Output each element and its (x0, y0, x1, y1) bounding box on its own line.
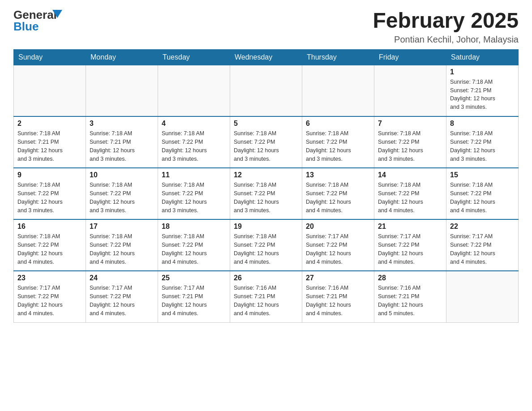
calendar-cell-w2-d4: 5Sunrise: 7:18 AM Sunset: 7:22 PM Daylig… (230, 116, 302, 168)
calendar-cell-w1-d4 (230, 65, 302, 116)
calendar-cell-w5-d2: 24Sunrise: 7:17 AM Sunset: 7:22 PM Dayli… (86, 271, 158, 322)
header-wednesday: Wednesday (230, 49, 302, 65)
header-friday: Friday (374, 49, 446, 65)
day-number: 27 (306, 274, 370, 282)
day-number: 5 (234, 120, 298, 128)
day-number: 24 (90, 274, 154, 282)
day-number: 12 (234, 171, 298, 179)
calendar-cell-w5-d5: 27Sunrise: 7:16 AM Sunset: 7:21 PM Dayli… (302, 271, 374, 322)
day-info: Sunrise: 7:18 AM Sunset: 7:22 PM Dayligh… (450, 181, 515, 214)
day-info: Sunrise: 7:17 AM Sunset: 7:22 PM Dayligh… (90, 284, 154, 317)
calendar-header: SundayMondayTuesdayWednesdayThursdayFrid… (14, 49, 519, 65)
day-number: 2 (17, 120, 82, 128)
day-info: Sunrise: 7:17 AM Sunset: 7:22 PM Dayligh… (450, 232, 515, 266)
day-info: Sunrise: 7:18 AM Sunset: 7:22 PM Dayligh… (378, 129, 442, 163)
calendar-cell-w4-d1: 16Sunrise: 7:18 AM Sunset: 7:22 PM Dayli… (14, 219, 86, 271)
calendar-cell-w3-d4: 12Sunrise: 7:18 AM Sunset: 7:22 PM Dayli… (230, 168, 302, 219)
day-info: Sunrise: 7:18 AM Sunset: 7:22 PM Dayligh… (162, 232, 226, 266)
logo: General Blue (13, 9, 62, 32)
week-row-3: 9Sunrise: 7:18 AM Sunset: 7:22 PM Daylig… (14, 168, 519, 219)
calendar-title: February 2025 (373, 9, 519, 33)
day-info: Sunrise: 7:18 AM Sunset: 7:22 PM Dayligh… (17, 181, 82, 214)
calendar-cell-w4-d5: 20Sunrise: 7:17 AM Sunset: 7:22 PM Dayli… (302, 219, 374, 271)
day-number: 22 (450, 223, 515, 231)
calendar-cell-w3-d5: 13Sunrise: 7:18 AM Sunset: 7:22 PM Dayli… (302, 168, 374, 219)
header-sunday: Sunday (14, 49, 86, 65)
calendar-cell-w1-d1 (14, 65, 86, 116)
day-info: Sunrise: 7:17 AM Sunset: 7:22 PM Dayligh… (306, 232, 370, 266)
header-thursday: Thursday (302, 49, 374, 65)
calendar-cell-w1-d2 (86, 65, 158, 116)
day-number: 13 (306, 171, 370, 179)
header-tuesday: Tuesday (158, 49, 230, 65)
day-number: 23 (17, 274, 82, 282)
day-info: Sunrise: 7:18 AM Sunset: 7:22 PM Dayligh… (306, 181, 370, 214)
calendar-cell-w2-d6: 7Sunrise: 7:18 AM Sunset: 7:22 PM Daylig… (374, 116, 446, 168)
day-info: Sunrise: 7:18 AM Sunset: 7:22 PM Dayligh… (162, 181, 226, 214)
calendar-cell-w4-d4: 19Sunrise: 7:18 AM Sunset: 7:22 PM Dayli… (230, 219, 302, 271)
day-number: 9 (17, 171, 82, 179)
day-info: Sunrise: 7:18 AM Sunset: 7:22 PM Dayligh… (234, 181, 298, 214)
logo-arrow-icon (52, 10, 62, 18)
day-number: 19 (234, 223, 298, 231)
calendar-cell-w2-d7: 8Sunrise: 7:18 AM Sunset: 7:22 PM Daylig… (446, 116, 519, 168)
title-section: February 2025 Pontian Kechil, Johor, Mal… (373, 9, 519, 45)
day-info: Sunrise: 7:17 AM Sunset: 7:22 PM Dayligh… (378, 232, 442, 266)
day-info: Sunrise: 7:18 AM Sunset: 7:22 PM Dayligh… (234, 232, 298, 266)
day-number: 28 (378, 274, 442, 282)
day-number: 15 (450, 171, 515, 179)
calendar-cell-w5-d7 (446, 271, 519, 322)
calendar-subtitle: Pontian Kechil, Johor, Malaysia (373, 34, 519, 45)
day-info: Sunrise: 7:18 AM Sunset: 7:22 PM Dayligh… (17, 232, 82, 266)
page-header: General Blue February 2025 Pontian Kechi… (13, 9, 519, 45)
calendar-cell-w5-d6: 28Sunrise: 7:16 AM Sunset: 7:21 PM Dayli… (374, 271, 446, 322)
day-info: Sunrise: 7:17 AM Sunset: 7:21 PM Dayligh… (162, 284, 226, 317)
logo-general: General (13, 9, 57, 21)
day-number: 1 (450, 68, 515, 76)
calendar-cell-w3-d6: 14Sunrise: 7:18 AM Sunset: 7:22 PM Dayli… (374, 168, 446, 219)
calendar-cell-w4-d6: 21Sunrise: 7:17 AM Sunset: 7:22 PM Dayli… (374, 219, 446, 271)
calendar-cell-w1-d3 (158, 65, 230, 116)
day-number: 18 (162, 223, 226, 231)
day-number: 11 (162, 171, 226, 179)
calendar-cell-w5-d1: 23Sunrise: 7:17 AM Sunset: 7:22 PM Dayli… (14, 271, 86, 322)
calendar-cell-w4-d7: 22Sunrise: 7:17 AM Sunset: 7:22 PM Dayli… (446, 219, 519, 271)
day-number: 4 (162, 120, 226, 128)
day-number: 14 (378, 171, 442, 179)
calendar-cell-w1-d7: 1Sunrise: 7:18 AM Sunset: 7:21 PM Daylig… (446, 65, 519, 116)
day-number: 26 (234, 274, 298, 282)
calendar-cell-w2-d3: 4Sunrise: 7:18 AM Sunset: 7:22 PM Daylig… (158, 116, 230, 168)
calendar-cell-w4-d2: 17Sunrise: 7:18 AM Sunset: 7:22 PM Dayli… (86, 219, 158, 271)
calendar-cell-w3-d7: 15Sunrise: 7:18 AM Sunset: 7:22 PM Dayli… (446, 168, 519, 219)
calendar-cell-w1-d6 (374, 65, 446, 116)
day-info: Sunrise: 7:16 AM Sunset: 7:21 PM Dayligh… (378, 284, 442, 317)
calendar-cell-w1-d5 (302, 65, 374, 116)
calendar-cell-w3-d3: 11Sunrise: 7:18 AM Sunset: 7:22 PM Dayli… (158, 168, 230, 219)
day-number: 7 (378, 120, 442, 128)
day-info: Sunrise: 7:18 AM Sunset: 7:22 PM Dayligh… (378, 181, 442, 214)
calendar-cell-w2-d1: 2Sunrise: 7:18 AM Sunset: 7:21 PM Daylig… (14, 116, 86, 168)
day-number: 16 (17, 223, 82, 231)
calendar-cell-w4-d3: 18Sunrise: 7:18 AM Sunset: 7:22 PM Dayli… (158, 219, 230, 271)
day-number: 10 (90, 171, 154, 179)
calendar-cell-w3-d1: 9Sunrise: 7:18 AM Sunset: 7:22 PM Daylig… (14, 168, 86, 219)
day-number: 8 (450, 120, 515, 128)
day-number: 25 (162, 274, 226, 282)
day-info: Sunrise: 7:17 AM Sunset: 7:22 PM Dayligh… (17, 284, 82, 317)
calendar-cell-w2-d2: 3Sunrise: 7:18 AM Sunset: 7:21 PM Daylig… (86, 116, 158, 168)
day-info: Sunrise: 7:18 AM Sunset: 7:22 PM Dayligh… (450, 129, 515, 163)
day-info: Sunrise: 7:18 AM Sunset: 7:22 PM Dayligh… (90, 232, 154, 266)
day-number: 3 (90, 120, 154, 128)
day-number: 6 (306, 120, 370, 128)
header-row: SundayMondayTuesdayWednesdayThursdayFrid… (14, 49, 519, 65)
week-row-1: 1Sunrise: 7:18 AM Sunset: 7:21 PM Daylig… (14, 65, 519, 116)
day-info: Sunrise: 7:16 AM Sunset: 7:21 PM Dayligh… (306, 284, 370, 317)
logo-blue: Blue (13, 21, 57, 32)
calendar-table: SundayMondayTuesdayWednesdayThursdayFrid… (13, 49, 519, 323)
day-info: Sunrise: 7:16 AM Sunset: 7:21 PM Dayligh… (234, 284, 298, 317)
day-number: 21 (378, 223, 442, 231)
calendar-cell-w3-d2: 10Sunrise: 7:18 AM Sunset: 7:22 PM Dayli… (86, 168, 158, 219)
header-monday: Monday (86, 49, 158, 65)
header-saturday: Saturday (446, 49, 519, 65)
week-row-2: 2Sunrise: 7:18 AM Sunset: 7:21 PM Daylig… (14, 116, 519, 168)
